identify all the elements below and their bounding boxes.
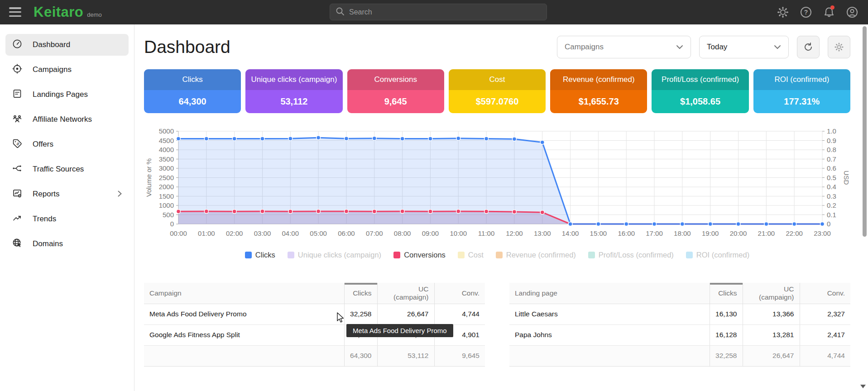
- row-name[interactable]: Google Ads Fitness App Split: [144, 324, 345, 345]
- stat-card-roi-confirmed-[interactable]: ROI (confirmed)177.31%: [753, 69, 850, 113]
- chevron-right-icon: [115, 189, 124, 200]
- stat-card-clicks[interactable]: Clicks64,300: [144, 69, 241, 113]
- svg-text:2500: 2500: [159, 174, 174, 181]
- sidebar-item-dashboard[interactable]: Dashboard: [5, 34, 129, 56]
- row-value: 13,366: [743, 304, 800, 324]
- totals-row: 64,30053,1129,645: [144, 345, 485, 366]
- column-header-clicks[interactable]: Clicks: [345, 283, 377, 304]
- stat-card-label: Unique clicks (campaign): [245, 69, 342, 90]
- reports-icon: [12, 188, 23, 200]
- affiliate-networks-icon: [12, 113, 23, 126]
- svg-text:09:00: 09:00: [422, 229, 439, 237]
- svg-text:1.0: 1.0: [827, 127, 836, 135]
- row-value: 16,128: [710, 324, 743, 345]
- row-name[interactable]: Papa Johns: [509, 324, 710, 345]
- sidebar-item-domains[interactable]: Domains: [5, 233, 129, 255]
- row-name[interactable]: Little Caesars: [509, 304, 710, 324]
- legend-swatch: [686, 252, 693, 258]
- sidebar-item-traffic-sources[interactable]: Traffic Sources: [5, 158, 129, 180]
- legend-item-profit-loss-confirmed-[interactable]: Profit/Loss (confirmed): [588, 251, 674, 259]
- traffic-chart[interactable]: 5000450040003500300025002000150010005000…: [144, 127, 850, 240]
- settings-icon[interactable]: [777, 6, 789, 19]
- column-header-conv-[interactable]: Conv.: [434, 283, 485, 304]
- stat-card-cost[interactable]: Cost$597.0760: [449, 69, 546, 113]
- domains-icon: [12, 238, 23, 250]
- notification-badge: [830, 5, 834, 10]
- column-header-clicks[interactable]: Clicks: [710, 283, 743, 304]
- sidebar-item-affiliate-networks[interactable]: Affiliate Networks: [5, 109, 129, 130]
- legend-item-conversions[interactable]: Conversions: [393, 251, 446, 259]
- column-header[interactable]: Landing page: [509, 283, 710, 304]
- table-row[interactable]: Meta Ads Food Delivery Promo32,25826,647…: [144, 304, 485, 324]
- vertical-scrollbar-thumb[interactable]: [863, 26, 867, 237]
- legend-swatch: [458, 252, 465, 258]
- help-icon[interactable]: ?: [800, 6, 812, 19]
- sidebar-item-label: Affiliate Networks: [33, 115, 92, 124]
- sidebar-item-offers[interactable]: SOffers: [5, 134, 129, 155]
- stat-card-profit-loss-confirmed-[interactable]: Profit/Loss (confirmed)$1,058.65: [652, 69, 748, 113]
- total-value: 32,258: [710, 345, 743, 366]
- svg-text:500: 500: [163, 211, 174, 219]
- svg-text:0.7: 0.7: [827, 155, 836, 163]
- menu-icon[interactable]: [9, 7, 21, 17]
- sidebar-item-landings-pages[interactable]: Landings Pages: [5, 84, 129, 105]
- sidebar-item-label: Traffic Sources: [33, 165, 84, 174]
- legend-item-unique-clicks-campaign-[interactable]: Unique clicks (campaign): [288, 251, 381, 259]
- table-row[interactable]: Little Caesars16,13013,3662,327: [509, 304, 850, 324]
- svg-text:07:00: 07:00: [366, 229, 383, 237]
- sidebar-item-label: Trends: [33, 215, 56, 224]
- svg-text:0.5: 0.5: [827, 174, 836, 181]
- brand-logo: Keitaro: [34, 4, 83, 20]
- offers-icon: S: [12, 138, 23, 151]
- trends-icon: [12, 213, 23, 225]
- legend-item-roi-confirmed-[interactable]: ROI (confirmed): [686, 251, 749, 259]
- column-header-uc-campaign-[interactable]: UC (campaign): [743, 283, 800, 304]
- campaign-filter-select[interactable]: Campaigns: [557, 36, 691, 58]
- svg-text:15:00: 15:00: [590, 229, 607, 237]
- sidebar-item-trends[interactable]: Trends: [5, 208, 129, 230]
- stat-card-label: Clicks: [144, 69, 241, 90]
- sidebar-item-label: Landings Pages: [33, 90, 88, 99]
- sidebar-item-campaigns[interactable]: Campaigns: [5, 59, 129, 81]
- column-header[interactable]: Campaign: [144, 283, 345, 304]
- date-range-select[interactable]: Today: [699, 36, 789, 58]
- scrollbar-down-arrow[interactable]: [860, 385, 866, 388]
- stat-card-revenue-confirmed-[interactable]: Revenue (confirmed)$1,655.73: [550, 69, 647, 113]
- account-icon[interactable]: [846, 6, 858, 19]
- stat-card-label: Profit/Loss (confirmed): [652, 69, 748, 90]
- brand[interactable]: Keitaro demo: [34, 4, 102, 20]
- legend-label: Profit/Loss (confirmed): [599, 251, 674, 259]
- stat-card-unique-clicks-campaign-[interactable]: Unique clicks (campaign)53,112: [245, 69, 342, 113]
- sidebar-item-reports[interactable]: Reports: [5, 183, 129, 205]
- svg-text:0: 0: [827, 220, 830, 228]
- dashboard-settings-button[interactable]: [828, 36, 850, 58]
- legend-item-cost[interactable]: Cost: [458, 251, 484, 259]
- legend-label: Clicks: [255, 251, 275, 259]
- svg-text:USD: USD: [843, 171, 850, 185]
- svg-text:01:00: 01:00: [198, 229, 215, 237]
- search-input[interactable]: [349, 8, 541, 16]
- row-name[interactable]: Meta Ads Food Delivery Promo: [144, 304, 345, 324]
- svg-text:04:00: 04:00: [282, 229, 299, 237]
- row-value: 13,281: [743, 324, 800, 345]
- chart-canvas: 5000450040003500300025002000150010005000…: [144, 127, 850, 240]
- svg-text:11:00: 11:00: [478, 229, 494, 237]
- stat-cards: Clicks64,300Unique clicks (campaign)53,1…: [144, 69, 850, 113]
- svg-text:18:00: 18:00: [674, 229, 691, 237]
- legend-item-revenue-confirmed-[interactable]: Revenue (confirmed): [496, 251, 576, 259]
- refresh-button[interactable]: [797, 36, 820, 58]
- svg-text:21:00: 21:00: [758, 229, 775, 237]
- table-row[interactable]: Papa Johns16,12813,2812,417: [509, 324, 850, 345]
- svg-text:0.3: 0.3: [827, 192, 836, 200]
- notifications-icon[interactable]: [823, 6, 835, 19]
- svg-text:12:00: 12:00: [506, 229, 523, 237]
- svg-text:22:00: 22:00: [786, 229, 803, 237]
- legend-item-clicks[interactable]: Clicks: [245, 251, 275, 259]
- legend-label: Cost: [468, 251, 484, 259]
- column-header-uc-campaign-[interactable]: UC (campaign): [377, 283, 434, 304]
- stat-card-conversions[interactable]: Conversions9,645: [347, 69, 444, 113]
- landings-pages-icon: [12, 88, 23, 101]
- svg-text:0: 0: [170, 220, 174, 228]
- search-box[interactable]: [330, 4, 547, 20]
- column-header-conv-[interactable]: Conv.: [800, 283, 850, 304]
